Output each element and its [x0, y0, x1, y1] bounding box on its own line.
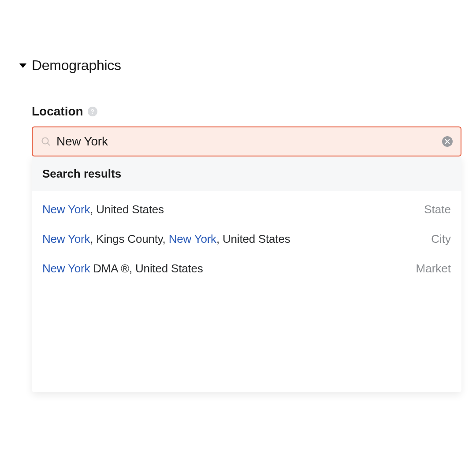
section-header[interactable]: Demographics: [18, 57, 458, 74]
field-label: Location: [32, 104, 83, 119]
result-row[interactable]: New York, United StatesState: [32, 195, 461, 224]
dropdown-header-title: Search results: [42, 167, 121, 180]
result-text: New York DMA ®, United States: [42, 262, 203, 275]
result-type: City: [431, 232, 451, 246]
location-search-box[interactable]: [32, 126, 461, 156]
caret-down-icon: [19, 63, 26, 68]
search-results-dropdown: Search results New York, United StatesSt…: [32, 156, 461, 392]
result-row[interactable]: New York DMA ®, United StatesMarket: [32, 254, 461, 283]
location-search-input[interactable]: [56, 134, 442, 149]
help-icon[interactable]: ?: [88, 107, 97, 116]
result-type: Market: [416, 262, 451, 275]
result-text: New York, United States: [42, 203, 164, 216]
result-row[interactable]: New York, Kings County, New York, United…: [32, 224, 461, 254]
clear-icon[interactable]: [442, 136, 453, 147]
svg-line-1: [48, 143, 50, 145]
field-label-row: Location ?: [32, 104, 458, 119]
result-text: New York, Kings County, New York, United…: [42, 232, 290, 246]
search-icon: [41, 136, 51, 147]
dropdown-header: Search results: [32, 156, 461, 191]
results-list: New York, United StatesStateNew York, Ki…: [32, 191, 461, 287]
svg-point-0: [42, 138, 48, 144]
result-type: State: [424, 203, 451, 216]
location-field-block: Location ? Search results New York, Unit…: [32, 104, 458, 392]
section-title: Demographics: [32, 57, 121, 74]
